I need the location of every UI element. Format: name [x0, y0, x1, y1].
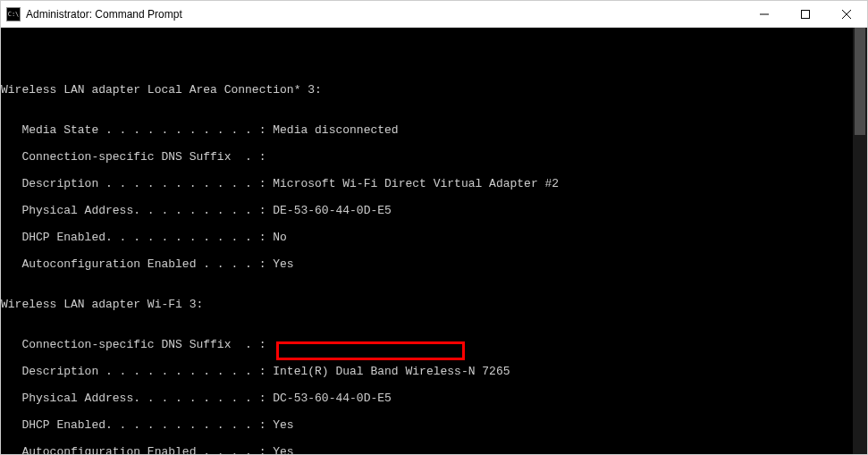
dns-suffix: Connection-specific DNS Suffix . :: [1, 338, 867, 351]
terminal-output[interactable]: Wireless LAN adapter Local Area Connecti…: [1, 28, 867, 454]
command-prompt-window: C:\ Administrator: Command Prompt Wirele…: [0, 0, 868, 455]
vertical-scrollbar[interactable]: [853, 28, 867, 454]
window-title: Administrator: Command Prompt: [26, 8, 744, 21]
dhcp-enabled: DHCP Enabled. . . . . . . . . . . : Yes: [1, 418, 867, 432]
scrollbar-thumb[interactable]: [855, 28, 865, 135]
media-state: Media State . . . . . . . . . . . : Medi…: [1, 123, 867, 137]
autoconfig: Autoconfiguration Enabled . . . . : Yes: [1, 257, 867, 271]
maximize-button[interactable]: [785, 1, 826, 27]
close-button[interactable]: [826, 1, 867, 27]
adapter-header: Wireless LAN adapter Wi-Fi 3:: [1, 298, 867, 311]
dns-suffix: Connection-specific DNS Suffix . :: [1, 150, 867, 164]
physical-address: Physical Address. . . . . . . . . : DC-5…: [1, 392, 867, 405]
adapter-header: Wireless LAN adapter Local Area Connecti…: [1, 83, 867, 97]
physical-address: Physical Address. . . . . . . . . : DE-5…: [1, 204, 867, 217]
description: Description . . . . . . . . . . . : Inte…: [1, 365, 867, 378]
dhcp-enabled: DHCP Enabled. . . . . . . . . . . : No: [1, 231, 867, 244]
description: Description . . . . . . . . . . . : Micr…: [1, 177, 867, 190]
cmd-icon: C:\: [6, 7, 21, 21]
minimize-button[interactable]: [744, 1, 785, 27]
svg-rect-0: [802, 10, 810, 18]
titlebar[interactable]: C:\ Administrator: Command Prompt: [1, 1, 867, 28]
terminal-content: Wireless LAN adapter Local Area Connecti…: [1, 56, 867, 454]
autoconfig: Autoconfiguration Enabled . . . . : Yes: [1, 445, 867, 454]
window-controls: [744, 1, 867, 27]
